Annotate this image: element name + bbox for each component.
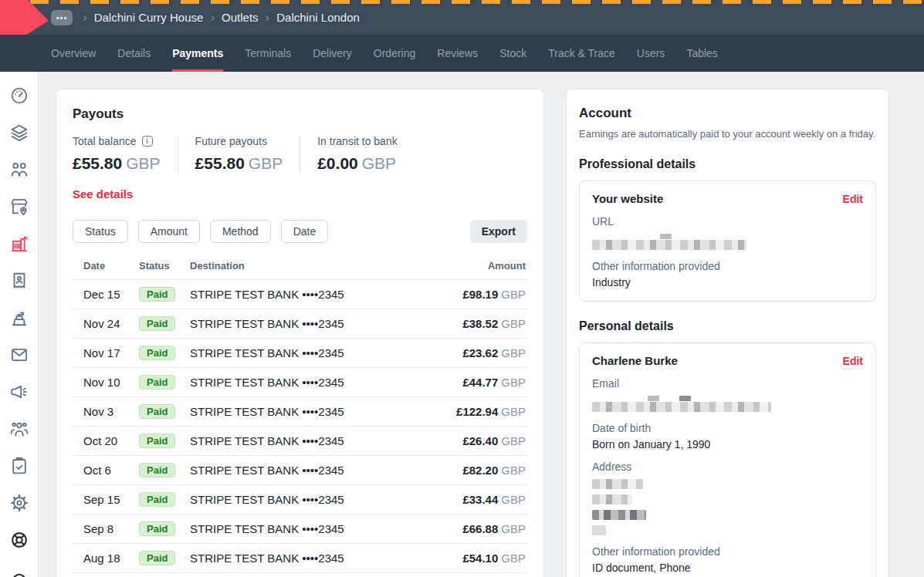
redacted-url-bumps [592,234,863,239]
table-row[interactable]: Sep 8 Paid STRIPE TEST BANK ••••2345 £66… [73,515,527,544]
receipt-person-icon[interactable] [8,270,30,292]
table-row[interactable]: Oct 20 Paid STRIPE TEST BANK ••••2345 £2… [73,427,527,456]
redacted-address-line [592,479,643,489]
info-icon[interactable]: i [142,136,153,147]
top-dashed-border [0,0,924,4]
payout-date: Nov 10 [83,376,139,389]
status-badge: Paid [139,375,175,390]
email-label: Email [592,377,863,390]
table-row[interactable]: Sep 15 Paid STRIPE TEST BANK ••••2345 £3… [73,485,527,515]
column-header-destination: Destination [190,260,488,272]
payout-destination: STRIPE TEST BANK ••••2345 [190,464,462,477]
table-row[interactable]: Aug 18 Paid STRIPE TEST BANK ••••2345 £5… [73,544,527,573]
export-button[interactable]: Export [470,220,527,243]
payout-amount: £66.88 [462,522,498,535]
filter-amount-button[interactable]: Amount [138,220,200,243]
tab-delivery[interactable]: Delivery [313,35,352,72]
see-details-link[interactable]: See details [73,187,133,201]
table-row[interactable]: Nov 17 Paid STRIPE TEST BANK ••••2345 £2… [73,339,527,368]
payout-date: Oct 6 [83,464,139,477]
breadcrumb-item[interactable]: Dalchini London [276,11,360,24]
payout-stats: Total balance i £55.80GBP Future payouts… [73,135,527,173]
table-row[interactable]: Oct 6 Paid STRIPE TEST BANK ••••2345 £82… [73,456,527,485]
filter-method-button[interactable]: Method [210,220,271,243]
payout-amount: £98.19 [462,288,498,301]
status-badge: Paid [139,521,175,536]
dob-label: Date of birth [592,422,863,434]
tab-track-trace[interactable]: Track & Trace [548,35,615,72]
payout-amount-currency: GBP [501,434,526,447]
payout-date: Aug 18 [83,552,139,565]
team-icon[interactable] [8,418,30,440]
edit-person-link[interactable]: Edit [843,355,863,367]
payout-destination: STRIPE TEST BANK ••••2345 [190,317,462,330]
account-description: Earnings are automatically paid to your … [579,128,876,140]
payout-amount-currency: GBP [501,346,526,359]
clipboard-check-icon[interactable] [8,455,30,477]
filter-date-button[interactable]: Date [281,220,329,243]
tab-payments[interactable]: Payments [172,35,223,72]
stat-total-balance: Total balance i £55.80GBP [73,135,178,173]
person-card: Charlene Burke Edit Email Date of birth … [579,342,876,577]
gear-icon[interactable] [8,492,30,514]
filter-status-button[interactable]: Status [73,220,128,243]
breadcrumb-chevron-icon: › [266,10,270,25]
status-badge: Paid [139,492,175,507]
redacted-address-line [592,525,606,535]
tab-overview[interactable]: Overview [51,35,96,72]
status-badge: Paid [139,463,175,477]
table-header: DateStatusDestinationAmount [73,260,527,280]
tab-terminals[interactable]: Terminals [245,35,291,72]
payout-amount: £23.62 [462,346,498,359]
stat-amount: £55.80 [195,154,245,172]
table-row[interactable]: Nov 3 Paid STRIPE TEST BANK ••••2345 £12… [73,397,527,427]
tab-details[interactable]: Details [117,35,151,72]
megaphone-icon[interactable] [8,381,30,403]
breadcrumb-item[interactable]: Dalchini Curry House [94,11,204,24]
payouts-title: Payouts [73,106,527,122]
layers-icon[interactable] [8,122,30,143]
payout-amount-currency: GBP [501,522,526,535]
table-row[interactable]: Dec 15 Paid STRIPE TEST BANK ••••2345 £9… [73,280,527,309]
tab-reviews[interactable]: Reviews [437,35,478,72]
stat-label: Future payouts [195,135,267,147]
tab-users[interactable]: Users [637,35,665,72]
url-label: URL [592,215,863,228]
breadcrumb-ellipsis-button[interactable]: ••• [51,10,73,25]
status-badge: Paid [139,316,175,331]
redacted-address-line [592,510,646,520]
address-label: Address [592,461,863,473]
payout-amount: £26.40 [462,434,498,447]
lifebuoy-icon[interactable] [8,529,30,551]
person-other-info-label: Other information provided [592,545,863,558]
payout-amount: £44.77 [462,376,498,389]
breadcrumb-item[interactable]: Outlets [222,11,259,24]
table-body: Dec 15 Paid STRIPE TEST BANK ••••2345 £9… [73,280,527,573]
payout-amount-currency: GBP [501,552,526,565]
payout-destination: STRIPE TEST BANK ••••2345 [190,346,462,359]
payout-amount-currency: GBP [501,317,526,330]
table-row[interactable]: Nov 10 Paid STRIPE TEST BANK ••••2345 £4… [73,368,527,397]
payout-amount-currency: GBP [501,464,526,477]
breadcrumb-chevron-icon: › [210,10,215,25]
payout-date: Nov 24 [83,317,139,330]
tab-tables[interactable]: Tables [686,35,717,72]
payout-date: Oct 20 [83,434,139,447]
website-other-info-label: Other information provided [592,260,863,272]
table-row[interactable]: Nov 24 Paid STRIPE TEST BANK ••••2345 £3… [73,309,527,339]
payout-date: Sep 8 [83,522,139,535]
table-toolbar: StatusAmountMethodDate Export [73,220,527,243]
edit-website-link[interactable]: Edit [843,193,863,205]
breadcrumb-chevron-icon: › [83,10,87,25]
payouts-building-icon[interactable] [8,233,30,255]
mail-icon[interactable] [8,344,30,366]
storefront-pin-icon[interactable] [8,196,30,218]
tab-stock[interactable]: Stock [499,35,526,72]
users-icon[interactable] [8,159,30,181]
gauge-icon[interactable] [8,85,30,106]
cash-register-icon[interactable] [8,307,30,329]
payout-date: Sep 15 [83,493,139,506]
profile-icon[interactable] [8,566,30,577]
tab-ordering[interactable]: Ordering [374,35,415,72]
payout-destination: STRIPE TEST BANK ••••2345 [190,522,462,535]
